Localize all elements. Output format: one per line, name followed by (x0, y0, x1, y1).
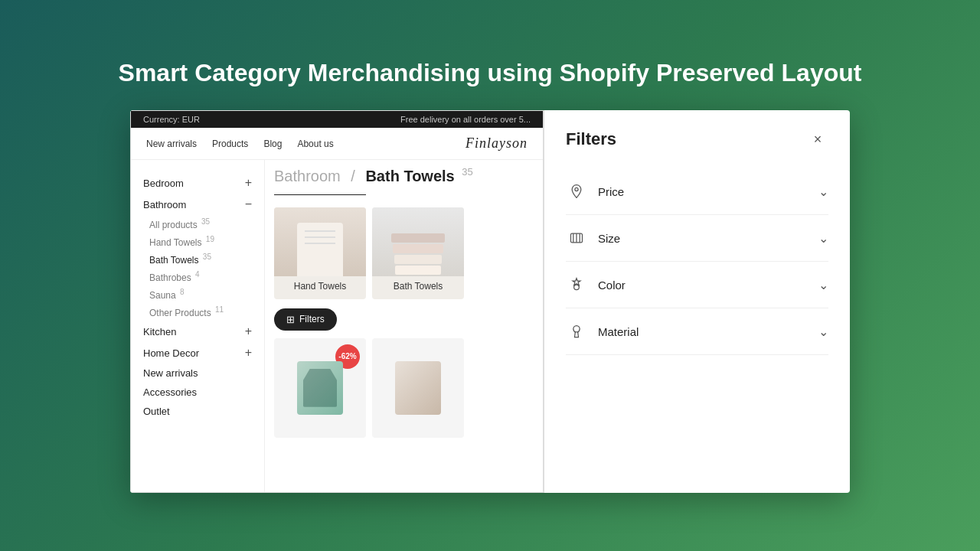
filters-panel-title: Filters (566, 129, 616, 149)
breadcrumb-parent[interactable]: Bathroom (274, 168, 341, 184)
filter-row-material[interactable]: Material ⌄ (566, 308, 828, 355)
store-content: Bedroom + Bathroom − All products 35 Han… (131, 160, 543, 492)
subcategory-sauna[interactable]: Sauna 8 (143, 285, 252, 303)
breadcrumb-current: Bath Towels (365, 168, 454, 184)
breadcrumb: Bathroom / Bath Towels 35 (274, 166, 534, 185)
nav-blog[interactable]: Blog (263, 139, 282, 149)
subcategory-bath-towels[interactable]: Bath Towels 35 (143, 250, 252, 268)
sidebar-item-bathroom[interactable]: Bathroom − (143, 194, 252, 215)
currency-label: Currency: EUR (143, 115, 200, 124)
svg-point-0 (575, 188, 578, 191)
subcategory-hand-towels[interactable]: Hand Towels 19 (143, 233, 252, 250)
filters-close-button[interactable]: × (807, 129, 828, 150)
sidebar-item-bedroom[interactable]: Bedroom + (143, 172, 252, 194)
filter-material-label: Material (598, 325, 818, 338)
store-panel: Currency: EUR Free delivery on all order… (130, 110, 544, 493)
divider-line (274, 194, 366, 195)
store-topbar: Currency: EUR Free delivery on all order… (131, 111, 543, 128)
product-img-visual-2 (395, 361, 441, 415)
sidebar-toggle-bathroom: − (245, 197, 252, 211)
product-card-1[interactable] (372, 338, 464, 438)
filters-icon: ⊞ (286, 314, 295, 325)
category-card-hand-towels[interactable]: Hand Towels (274, 207, 366, 299)
sidebar-item-home-decor[interactable]: Home Decor + (143, 342, 252, 364)
svg-point-5 (574, 285, 580, 290)
sidebar-item-kitchen[interactable]: Kitchen + (143, 321, 252, 342)
material-icon (566, 321, 587, 342)
filters-button-label: Filters (299, 314, 325, 324)
hand-towels-label: Hand Towels (294, 281, 346, 292)
sidebar: Bedroom + Bathroom − All products 35 Han… (131, 160, 265, 492)
sidebar-toggle-home-decor: + (245, 346, 252, 360)
size-chevron-icon: ⌄ (818, 231, 828, 246)
filter-color-label: Color (598, 279, 818, 292)
nav-products[interactable]: Products (212, 139, 248, 149)
store-nav: New arrivals Products Blog About us Finl… (131, 128, 543, 160)
product-card-0[interactable]: -62% (274, 338, 366, 438)
nav-links: New arrivals Products Blog About us (146, 139, 334, 149)
filters-header: Filters × (566, 129, 828, 150)
bath-towels-img (372, 207, 464, 276)
category-card-bath-towels[interactable]: Bath Towels (372, 207, 464, 299)
hand-towels-img (274, 207, 366, 276)
price-icon (566, 181, 587, 202)
material-chevron-icon: ⌄ (818, 324, 828, 339)
breadcrumb-count: 35 (462, 166, 472, 178)
category-cards: Hand Towels (274, 207, 534, 299)
filter-size-label: Size (598, 232, 818, 245)
size-icon (566, 227, 587, 249)
products-row: -62% (274, 338, 534, 438)
bath-towels-label: Bath Towels (394, 281, 443, 292)
filter-row-price[interactable]: Price ⌄ (566, 168, 828, 215)
page-title: Smart Category Merchandising using Shopi… (88, 58, 893, 87)
filters-panel: Filters × Price ⌄ (544, 110, 850, 493)
filter-row-size[interactable]: Size ⌄ (566, 215, 828, 262)
product-img-visual (297, 361, 343, 415)
breadcrumb-separator: / (351, 168, 355, 184)
subcategory-other-products[interactable]: Other Products 11 (143, 303, 252, 321)
subcategory-bathrobes[interactable]: Bathrobes 4 (143, 268, 252, 285)
color-icon (566, 274, 587, 295)
store-logo: Finlayson (466, 135, 528, 152)
sidebar-toggle-kitchen: + (245, 324, 252, 338)
sidebar-item-new-arrivals[interactable]: New arrivals (143, 364, 252, 383)
filter-price-label: Price (598, 185, 818, 198)
nav-about[interactable]: About us (297, 139, 333, 149)
product-image-2 (372, 338, 464, 438)
nav-new-arrivals[interactable]: New arrivals (146, 139, 197, 149)
color-chevron-icon: ⌄ (818, 278, 828, 292)
bath-towel-visual (372, 207, 464, 276)
price-chevron-icon: ⌄ (818, 184, 828, 199)
sidebar-toggle-bedroom: + (245, 176, 252, 190)
hand-towel-visual (274, 207, 366, 276)
promo-text: Free delivery on all orders over 5... (400, 115, 531, 124)
filter-row-color[interactable]: Color ⌄ (566, 262, 828, 308)
sidebar-item-accessories[interactable]: Accessories (143, 383, 252, 402)
subcategory-all-products[interactable]: All products 35 (143, 215, 252, 233)
filters-button[interactable]: ⊞ Filters (274, 308, 337, 331)
browser-window: Currency: EUR Free delivery on all order… (130, 110, 850, 493)
main-area: Bathroom / Bath Towels 35 (265, 160, 543, 492)
sidebar-item-outlet[interactable]: Outlet (143, 402, 252, 421)
